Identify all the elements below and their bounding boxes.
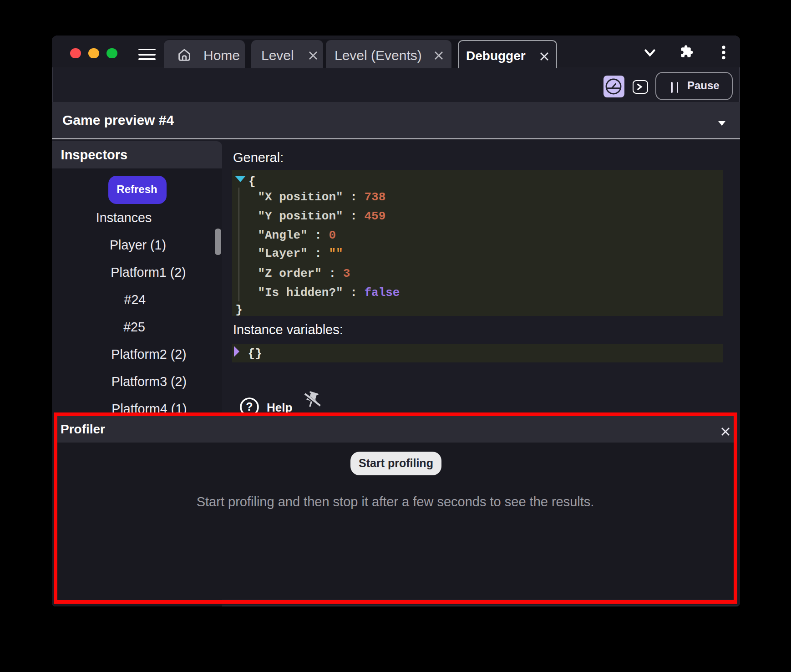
svg-text:?: ? [246,400,253,413]
